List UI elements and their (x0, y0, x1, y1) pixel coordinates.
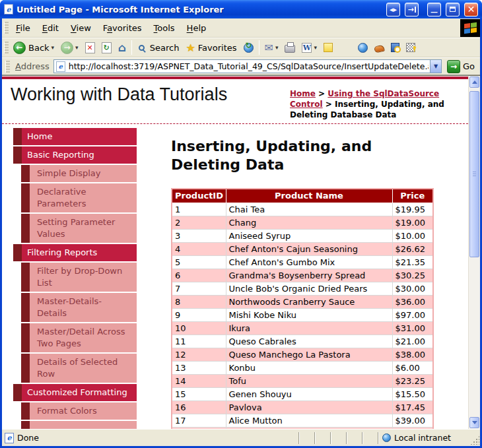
product-name-cell: Queso Cabrales (226, 335, 392, 348)
back-button[interactable]: ← Back ▾ (10, 40, 57, 55)
download-manager-button[interactable] (371, 42, 388, 53)
favorites-button[interactable]: ★ Favorites (182, 40, 240, 55)
menu-item-view[interactable]: View (65, 20, 97, 36)
table-row: 17Alice Mutton$39.00 (172, 414, 433, 427)
go-button[interactable]: → Go (446, 60, 479, 73)
toolbar-separator (259, 40, 259, 55)
zone-text: Local intranet (394, 433, 451, 443)
menu-item-help[interactable]: Help (181, 20, 213, 36)
discuss-note-icon (324, 43, 333, 52)
product-id-cell: 14 (172, 374, 226, 387)
minimize-button[interactable]: — (427, 3, 441, 16)
product-id-cell: 15 (172, 387, 226, 400)
address-label: Address (15, 61, 50, 71)
sidebar-item[interactable]: Master-Details-Details (13, 293, 137, 322)
product-id-cell: 8 (172, 295, 226, 308)
edit-with-word-button[interactable]: W ▾ (298, 42, 320, 54)
table-row: 9Mishi Kobe Niku$97.00 (172, 308, 433, 321)
stop-button[interactable]: ✕ (82, 41, 98, 55)
sidebar-item[interactable]: Setting Parameter Values (13, 214, 137, 243)
sidebar-item[interactable]: Details of Selected Row (13, 354, 137, 383)
toolbar-grip[interactable] (4, 42, 9, 53)
mail-dropdown-icon[interactable]: ▾ (275, 44, 279, 51)
forward-dropdown-icon[interactable]: ▾ (75, 44, 79, 51)
sidebar-item[interactable]: Filtering Reports (13, 244, 137, 261)
browser-window: e Untitled Page - Microsoft Internet Exp… (0, 0, 482, 448)
page-title: Inserting, Updating, and Deleting Data (171, 137, 399, 174)
sidebar-item[interactable]: Declarative Parameters (13, 183, 137, 212)
scrollbar-track[interactable] (469, 88, 480, 416)
status-panel (330, 432, 346, 444)
menu-bar: FileEditViewFavoritesToolsHelp (2, 18, 480, 38)
price-cell: $19.00 (392, 216, 433, 229)
close-button[interactable]: ✕ (464, 3, 478, 16)
price-cell: $6.00 (392, 361, 433, 374)
forward-button[interactable]: → ▾ (57, 40, 82, 55)
menu-item-file[interactable]: File (10, 20, 36, 36)
product-id-cell: 17 (172, 414, 226, 427)
discuss-button[interactable] (320, 42, 336, 53)
product-name-cell: Konbu (226, 361, 392, 374)
price-cell: $39.00 (392, 414, 433, 427)
product-id-cell: 18 (172, 427, 226, 429)
product-id-cell: 7 (172, 282, 226, 295)
detach-window-button[interactable]: → (405, 3, 419, 16)
breadcrumb: Home > Using the SqlDataSource Control >… (290, 88, 462, 120)
status-text: Done (17, 433, 39, 443)
security-zone-panel: Local intranet (378, 432, 470, 444)
address-input[interactable] (67, 61, 430, 72)
sync-button[interactable] (240, 42, 257, 54)
price-cell: $23.25 (392, 374, 433, 387)
refresh-button[interactable]: ↻ (98, 41, 115, 55)
menu-item-favorites[interactable]: Favorites (97, 20, 148, 36)
address-dropdown-button[interactable]: ▼ (430, 60, 441, 73)
edit-dropdown-icon[interactable]: ▾ (314, 44, 317, 51)
scroll-up-button[interactable] (469, 77, 479, 88)
sidebar-item[interactable]: Format Colors (13, 402, 137, 420)
table-row: 14Tofu$23.25 (172, 374, 433, 387)
print-icon (285, 45, 295, 53)
addressbar-grip[interactable] (5, 61, 10, 73)
home-button[interactable]: ⌂ (115, 41, 129, 55)
sidebar-item[interactable]: Home (13, 128, 137, 145)
print-button[interactable] (281, 41, 298, 54)
search-button[interactable]: Search (134, 42, 183, 54)
pan-arrows-button[interactable]: ◂▸ (386, 3, 400, 16)
maximize-button[interactable] (446, 3, 460, 16)
menu-item-tools[interactable]: Tools (148, 20, 181, 36)
sidebar-item[interactable]: Basic Reporting (13, 146, 137, 164)
sync-globe-icon (244, 43, 254, 53)
sidebar-item[interactable]: Master/Detail Across Two Pages (13, 323, 137, 352)
arrow-exit-icon: → (407, 5, 415, 14)
sidebar-item[interactable]: Filter by Drop-Down List (13, 263, 137, 292)
ie-app-icon: e (4, 4, 13, 15)
mail-button[interactable]: ✉ ▾ (261, 40, 282, 55)
table-row: 4Chef Anton's Cajun Seasoning$26.62 (172, 242, 433, 255)
table-row: 10Ikura$31.00 (172, 321, 433, 335)
menu-item-edit[interactable]: Edit (36, 20, 65, 36)
messenger-button[interactable] (355, 42, 371, 54)
sidebar-item[interactable]: Customized Formatting (13, 384, 137, 401)
table-row: 8Northwoods Cranberry Sauce$36.00 (172, 295, 433, 308)
sidebar-item[interactable]: Simple Display (13, 165, 137, 182)
home-icon: ⌂ (118, 42, 126, 53)
scroll-down-button[interactable] (469, 417, 479, 428)
scrollbar-thumb[interactable] (469, 91, 479, 257)
vertical-scrollbar[interactable] (468, 76, 480, 429)
price-cell: $21.00 (392, 335, 433, 348)
sidebar-item (13, 421, 137, 429)
research-button[interactable] (388, 42, 403, 53)
window-resize-grip[interactable] (470, 435, 479, 445)
standard-toolbar: ← Back ▾ → ▾ ✕ ↻ ⌂ Search ★ Favorites ✉ … (2, 38, 480, 57)
back-dropdown-icon[interactable]: ▾ (52, 44, 55, 51)
price-cell: $30.25 (392, 269, 433, 282)
price-cell: $36.00 (392, 295, 433, 308)
sidebar-item-label: Master/Detail Across Two Pages (30, 323, 137, 352)
nav-accent (21, 263, 30, 292)
plugin-grid-button[interactable] (403, 42, 419, 53)
orange-tool-icon (374, 44, 385, 53)
breadcrumb-link[interactable]: Home (290, 89, 316, 98)
status-panel (298, 432, 314, 444)
menubar-grip[interactable] (4, 22, 9, 34)
product-name-cell: Grandma's Boysenberry Spread (226, 269, 392, 282)
